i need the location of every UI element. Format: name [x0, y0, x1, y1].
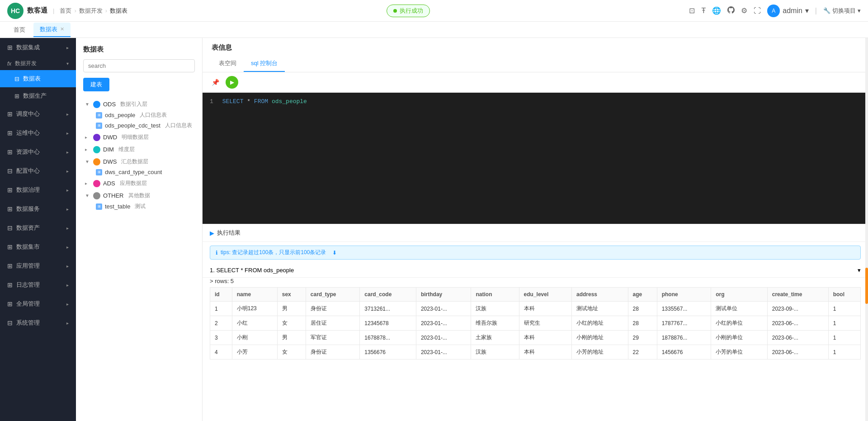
line-number: 1 [210, 98, 213, 105]
tree-child-ods-people[interactable]: ⊞ ods_people 人口信息表 [94, 110, 195, 120]
sidebar-item-appmanage[interactable]: ⊞ 应用管理 ▸ [0, 256, 76, 275]
tree-label-other: OTHER [103, 192, 124, 199]
cell-2-card-code: 12345678 [360, 316, 416, 331]
tree-child-ods-cdc[interactable]: ⊞ ods_people_cdc_test 人口信息表 [94, 120, 195, 131]
results-icon: ▶ [210, 230, 214, 237]
cell-2-age: 28 [628, 316, 657, 331]
tree-parent-other[interactable]: ▼ OTHER 其他数据 [83, 190, 195, 201]
sidebar-market-label: 数据集市 [16, 243, 40, 251]
tips-download-icon[interactable]: ⬇ [332, 250, 337, 256]
data-table: id name sex card_type card_code birthday… [210, 287, 861, 360]
sidebar-item-sysmanage[interactable]: ⊟ 系统管理 ▸ [0, 313, 76, 332]
sidebar-item-globalmanage[interactable]: ⊞ 全局管理 ▸ [0, 294, 76, 313]
sql-editor[interactable]: 1 SELECT * FROM ods_people [203, 93, 868, 224]
results-label: 执行结果 [217, 229, 241, 237]
sidebar-item-service[interactable]: ⊞ 数据服务 ▸ [0, 199, 76, 218]
sidebar-schedule-label: 调度中心 [16, 110, 40, 118]
sidebar-resource-label-wrap: ⊞ 资源中心 [7, 148, 40, 156]
tab-close-btn[interactable]: ✕ [60, 26, 64, 32]
icon-github[interactable] [727, 6, 735, 15]
topbar-divider: | [815, 7, 817, 15]
sidebar-service-icon: ⊞ [7, 205, 13, 213]
switch-project-btn[interactable]: 🔧 切换项目 ▾ [823, 7, 861, 15]
sidebar-item-ops[interactable]: ⊞ 运维中心 ▸ [0, 123, 76, 142]
sidebar-sysmanage-label: 系统管理 [16, 319, 40, 327]
sidebar-dev-icon: fx [7, 61, 11, 67]
sidebar-item-config[interactable]: ⊟ 配置中心 ▸ [0, 161, 76, 180]
cell-2-birthday: 2023-01-... [416, 316, 471, 331]
sidebar-item-governance[interactable]: ⊞ 数据治理 ▸ [0, 180, 76, 199]
cell-4-edu: 本科 [519, 345, 571, 360]
tree-node-ads: ▸ ADS 应用数据层 [83, 178, 195, 189]
sidebar-item-resource[interactable]: ⊞ 资源中心 ▸ [0, 142, 76, 161]
icon-font[interactable]: Ŧ [701, 7, 706, 15]
sidebar-item-dataprod[interactable]: ⊞ 数据生产 [0, 87, 76, 104]
cell-4-age: 22 [628, 345, 657, 360]
cell-2-id: 2 [210, 316, 232, 331]
sidebar-logmanage-label: 日志管理 [16, 281, 40, 289]
cell-2-sex: 女 [277, 316, 306, 331]
toolbar-pin-icon[interactable]: 📌 [210, 78, 221, 87]
sidebar-item-assets[interactable]: ⊟ 数据资产 ▸ [0, 218, 76, 237]
sidebar-item-schedule[interactable]: ⊞ 调度中心 ▸ [0, 104, 76, 123]
tree-child-dws-card[interactable]: ⊞ dws_card_type_count [94, 167, 195, 177]
tree-parent-ads[interactable]: ▸ ADS 应用数据层 [83, 178, 195, 189]
breadcrumb-dev[interactable]: 数据开发 [79, 7, 103, 15]
icon-expand[interactable]: ⊡ [689, 6, 695, 15]
tree-child-other-test[interactable]: ⊞ test_table 测试 [94, 201, 195, 212]
search-input[interactable] [83, 59, 195, 72]
result-collapse[interactable]: 1. SELECT * FROM ods_people ▾ [203, 263, 868, 278]
cell-2-address: 小红的地址 [572, 316, 628, 331]
cell-4-id: 4 [210, 345, 232, 360]
tab-datatable[interactable]: 数据表 ✕ [33, 23, 71, 37]
run-button[interactable]: ▶ [226, 76, 238, 89]
right-content: 表信息 表空间 sql 控制台 📌 ▶ 1 SELECT * FROM ods_… [203, 38, 868, 421]
content-header: 表信息 表空间 sql 控制台 [203, 38, 868, 72]
icon-settings[interactable]: ⚙ [741, 6, 747, 15]
tab-tablespace[interactable]: 表空间 [212, 56, 244, 72]
scrollbar-thumb[interactable] [865, 268, 868, 304]
sidebar-item-datatable[interactable]: ⊟ 数据表 [0, 70, 76, 87]
icon-fullscreen[interactable]: ⛶ [754, 7, 761, 15]
sql-star: * [247, 98, 254, 105]
sidebar-config-label: 配置中心 [16, 167, 40, 175]
sidebar-globalmanage-icon: ⊞ [7, 300, 13, 307]
cell-1-sex: 男 [277, 302, 306, 316]
sidebar-logmanage-arrow: ▸ [66, 283, 69, 288]
tree-toggle-dwd: ▸ [85, 135, 90, 140]
switch-arrow: ▾ [858, 7, 861, 14]
breadcrumb-home[interactable]: 首页 [60, 7, 71, 15]
col-create-time: create_time [767, 288, 828, 302]
col-org: org [711, 288, 768, 302]
cell-3-sex: 男 [277, 331, 306, 345]
content-tabs: 表空间 sql 控制台 [212, 56, 859, 72]
tree-toggle-other: ▼ [85, 193, 90, 198]
sidebar-item-market[interactable]: ⊞ 数据集市 ▸ [0, 237, 76, 256]
col-sex: sex [277, 288, 306, 302]
tree-parent-dim[interactable]: ▸ DIM 维度层 [83, 144, 195, 155]
icon-globe[interactable]: 🌐 [712, 6, 721, 15]
sidebar-assets-icon: ⊟ [7, 224, 13, 232]
tab-home[interactable]: 首页 [7, 23, 32, 37]
tree-icon-dws [93, 158, 100, 166]
tree-parent-ods[interactable]: ▼ ODS 数据引入层 [83, 99, 195, 110]
user-menu[interactable]: A admin ▾ [767, 5, 809, 17]
tree-child-ods-people-label: ods_people [105, 112, 135, 118]
tree-parent-dws[interactable]: ▼ DWS 汇总数据层 [83, 156, 195, 167]
sidebar-globalmanage-label-wrap: ⊞ 全局管理 [7, 300, 40, 308]
sidebar-ops-arrow: ▸ [66, 131, 69, 136]
sidebar-item-logmanage[interactable]: ⊞ 日志管理 ▸ [0, 275, 76, 294]
tab-sqlconsole[interactable]: sql 控制台 [244, 56, 285, 72]
exec-label: 执行成功 [400, 7, 423, 15]
sidebar-dev-label[interactable]: 数据开发 [15, 60, 37, 67]
cell-2-bool: 1 [828, 316, 860, 331]
col-age: age [628, 288, 657, 302]
sidebar-appmanage-icon: ⊞ [7, 262, 13, 270]
tree-child-ods-cdc-sublabel: 人口信息表 [165, 122, 192, 129]
sidebar-item-integration[interactable]: ⊞ 数据集成 ▸ [0, 38, 76, 57]
tree-parent-dwd[interactable]: ▸ DWD 明细数据层 [83, 132, 195, 143]
create-table-button[interactable]: 建表 [83, 78, 109, 91]
tree-label-ads: ADS [103, 180, 115, 187]
cell-4-org: 小芳的单位 [711, 345, 768, 360]
scrollbar-track[interactable] [865, 38, 868, 421]
